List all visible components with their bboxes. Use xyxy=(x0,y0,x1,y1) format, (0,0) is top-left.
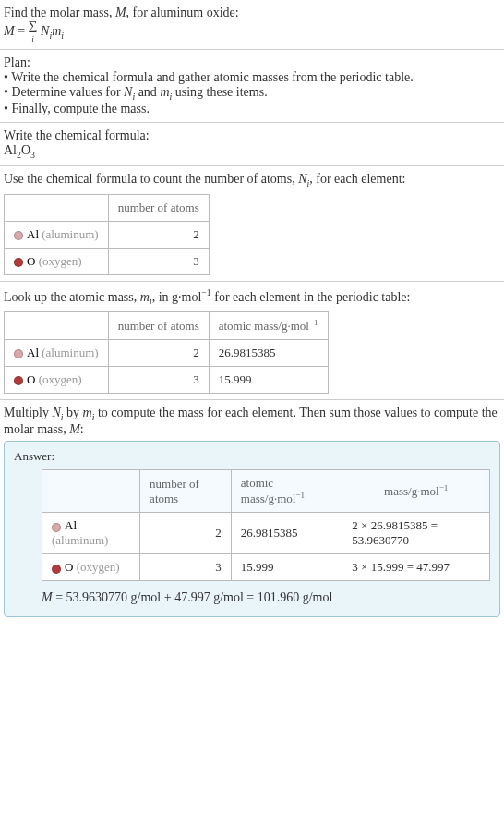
col-total-mass: mass/g·mol−1 xyxy=(342,470,490,513)
element-cell: Al (aluminum) xyxy=(5,221,109,248)
atoms-cell: 2 xyxy=(108,221,209,248)
eq-equals: = xyxy=(15,24,29,38)
answer-box: Answer: number of atoms atomic mass/g·mo… xyxy=(4,441,500,617)
table-header-row: number of atoms atomic mass/g·mol−1 mass… xyxy=(42,470,490,513)
count-head-b: , for each element: xyxy=(309,172,405,186)
final-equation: M = 53.9630770 g/mol + 47.997 g/mol = 10… xyxy=(42,590,490,605)
atoms-cell: 3 xyxy=(140,554,232,581)
plan-section: Plan: • Write the chemical formula and g… xyxy=(0,50,504,123)
element-symbol: O xyxy=(27,372,35,386)
element-name: (aluminum) xyxy=(42,227,98,241)
mass-head-a: Look up the atomic mass, xyxy=(4,289,140,303)
eq-m-sub: i xyxy=(61,30,64,41)
col-mass-label-a: atomic mass/g·mol xyxy=(241,476,296,505)
plan-b2-c: using these items. xyxy=(172,85,267,99)
element-swatch-icon xyxy=(14,376,23,385)
element-swatch-icon xyxy=(14,349,23,358)
count-table: number of atoms Al (aluminum) 2 O (oxyge… xyxy=(4,194,210,275)
table-row: O (oxygen) 3 15.999 xyxy=(5,367,329,394)
eq-N: N xyxy=(41,24,49,38)
plan-heading: Plan: xyxy=(4,55,500,70)
plan-b2-b: and xyxy=(135,85,160,99)
element-cell: Al (aluminum) xyxy=(42,513,140,554)
element-symbol: Al xyxy=(27,227,39,241)
mass-cell: 15.999 xyxy=(209,367,328,394)
col-atoms: number of atoms xyxy=(140,470,232,513)
count-heading: Use the chemical formula to count the nu… xyxy=(4,172,500,188)
atoms-cell: 2 xyxy=(140,513,232,554)
final-M: M xyxy=(42,590,53,604)
sigma-sub: i xyxy=(31,34,34,43)
col-atoms: number of atoms xyxy=(108,194,209,221)
mass-cell: 26.9815385 xyxy=(231,513,342,554)
element-symbol: Al xyxy=(65,518,77,532)
eq-M: M xyxy=(4,24,15,38)
element-swatch-icon xyxy=(14,258,23,267)
element-symbol: O xyxy=(65,560,73,574)
col-mass-label-a: atomic mass/g·mol xyxy=(219,319,309,333)
mass-mi-m: m xyxy=(140,289,150,303)
intro-section: Find the molar mass, M, for aluminum oxi… xyxy=(0,0,504,50)
eq-m: m xyxy=(52,24,61,38)
plan-bullet-1: • Write the chemical formula and gather … xyxy=(4,70,500,85)
col-atoms-label: number of atoms xyxy=(118,200,199,214)
col-atoms: number of atoms xyxy=(108,312,209,340)
mult-head-b: by xyxy=(64,406,83,419)
table-row: O (oxygen) 3 15.999 3 × 15.999 = 47.997 xyxy=(42,554,490,581)
col-atomic-mass: atomic mass/g·mol−1 xyxy=(231,470,342,513)
table-row: Al (aluminum) 2 xyxy=(5,221,210,248)
col-atomic-mass: atomic mass/g·mol−1 xyxy=(209,312,328,340)
element-swatch-icon xyxy=(52,523,61,532)
intro-line: Find the molar mass, M, for aluminum oxi… xyxy=(4,6,500,20)
element-name: (oxygen) xyxy=(39,254,82,268)
atoms-cell: 3 xyxy=(108,367,209,394)
mult-heading: Multiply Ni by mi to compute the mass fo… xyxy=(4,406,500,437)
plan-bullet-3: • Finally, compute the mass. xyxy=(4,102,500,116)
mass-cell: 26.9815385 xyxy=(209,340,328,367)
element-swatch-icon xyxy=(52,565,61,574)
mult-head-a: Multiply xyxy=(4,406,53,419)
element-name: (oxygen) xyxy=(77,560,120,574)
intro-text-b: , for aluminum oxide: xyxy=(126,6,239,19)
table-row: Al (aluminum) 2 26.9815385 2 × 26.981538… xyxy=(42,513,490,554)
chemical-formula: Al2O3 xyxy=(4,143,500,160)
formula-heading: Write the chemical formula: xyxy=(4,128,500,143)
col-element xyxy=(42,470,140,513)
intro-M: M xyxy=(115,6,126,19)
answer-table: number of atoms atomic mass/g·mol−1 mass… xyxy=(42,469,490,581)
intro-text-a: Find the molar mass, xyxy=(4,6,115,19)
element-cell: Al (aluminum) xyxy=(5,340,109,367)
col-mass-exp: −1 xyxy=(309,318,318,327)
formula-o: O xyxy=(21,143,30,157)
col-element xyxy=(5,194,109,221)
table-row: O (oxygen) 3 xyxy=(5,248,210,274)
mass-head-b: , in g·mol xyxy=(152,289,202,303)
col-atoms-label: number of atoms xyxy=(150,477,199,505)
plan-b2-a: • Determine values for xyxy=(4,85,124,99)
sigma-glyph: ∑ xyxy=(29,18,38,32)
mult-head-d: : xyxy=(80,422,84,436)
answer-section: Multiply Ni by mi to compute the mass fo… xyxy=(0,400,504,623)
count-Ni-N: N xyxy=(298,172,306,186)
mass-cell: 15.999 xyxy=(231,554,342,581)
col-mass-exp: −1 xyxy=(295,491,305,500)
element-name: (oxygen) xyxy=(39,372,82,386)
element-name: (aluminum) xyxy=(52,533,108,547)
sigma-icon: ∑i xyxy=(29,20,38,43)
mult-M: M xyxy=(69,422,80,436)
table-header-row: number of atoms atomic mass/g·mol−1 xyxy=(5,312,329,340)
table-header-row: number of atoms xyxy=(5,194,210,221)
final-rest: = 53.9630770 g/mol + 47.997 g/mol = 101.… xyxy=(53,590,333,604)
calc-cell: 3 × 15.999 = 47.997 xyxy=(342,554,490,581)
element-cell: O (oxygen) xyxy=(42,554,140,581)
element-swatch-icon xyxy=(14,231,23,240)
col-total-exp: −1 xyxy=(439,483,449,492)
count-section: Use the chemical formula to count the nu… xyxy=(0,166,504,282)
mass-exp: −1 xyxy=(201,287,210,298)
element-cell: O (oxygen) xyxy=(5,367,109,394)
element-symbol: Al xyxy=(27,346,39,359)
formula-o-sub: 3 xyxy=(30,150,35,160)
count-head-a: Use the chemical formula to count the nu… xyxy=(4,172,298,186)
plan-bullet-2: • Determine values for Ni and mi using t… xyxy=(4,85,500,102)
mass-section: Look up the atomic mass, mi, in g·mol−1 … xyxy=(0,282,504,401)
